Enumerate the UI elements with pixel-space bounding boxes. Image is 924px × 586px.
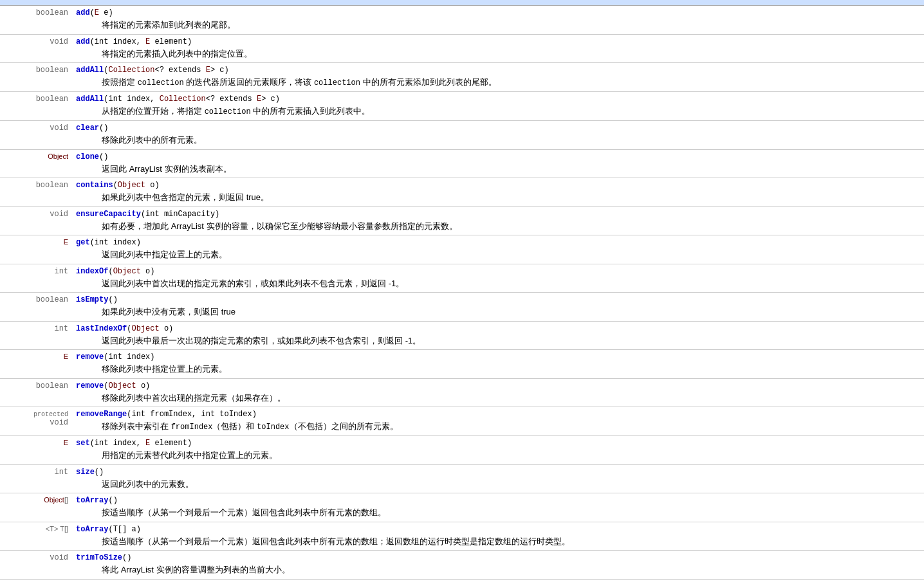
method-link-remove[interactable]: remove (76, 381, 104, 390)
method-link-isEmpty[interactable]: isEmpty (76, 295, 108, 304)
method-signature: indexOf(Object o) (76, 267, 920, 276)
method-link-toArray[interactable]: toArray (76, 525, 108, 534)
method-description: 返回此 ArrayList 实例的浅表副本。 (76, 163, 920, 176)
method-description: 如果此列表中没有元素，则返回 true (76, 306, 920, 318)
method-link-lastIndexOf[interactable]: lastIndexOf (76, 324, 127, 333)
method-link-addAll[interactable]: addAll (76, 95, 104, 104)
table-row: Eget(int index)返回此列表中指定位置上的元素。 (0, 235, 924, 264)
table-row: booleanadd(E e)将指定的元素添加到此列表的尾部。 (0, 6, 924, 34)
method-link-addAll[interactable]: addAll (76, 66, 104, 75)
method-signature: isEmpty() (76, 295, 920, 304)
method-cell: add(E e)将指定的元素添加到此列表的尾部。 (72, 6, 924, 34)
return-type-cell: boolean (0, 6, 72, 34)
method-signature: clear() (76, 124, 920, 133)
method-cell: size()返回此列表中的元素数。 (72, 464, 924, 493)
method-cell: remove(Object o)移除此列表中首次出现的指定元素（如果存在）。 (72, 378, 924, 407)
table-row: intindexOf(Object o)返回此列表中首次出现的指定元素的索引，或… (0, 264, 924, 293)
method-description: 返回此列表中的元素数。 (76, 478, 920, 491)
method-link-set[interactable]: set (76, 439, 90, 448)
method-link-removeRange[interactable]: removeRange (76, 410, 127, 419)
method-cell: clone()返回此 ArrayList 实例的浅表副本。 (72, 149, 924, 178)
method-signature: set(int index, E element) (76, 439, 920, 448)
return-type-cell: E (0, 235, 72, 264)
page-header (0, 0, 924, 6)
table-row: Objectclone()返回此 ArrayList 实例的浅表副本。 (0, 149, 924, 178)
method-link-ensureCapacity[interactable]: ensureCapacity (76, 210, 141, 219)
method-description: 从指定的位置开始，将指定 collection 中的所有元素插入到此列表中。 (76, 105, 920, 118)
method-cell: get(int index)返回此列表中指定位置上的元素。 (72, 235, 924, 264)
table-row: voidadd(int index, E element)将指定的元素插入此列表… (0, 34, 924, 63)
table-row: Eremove(int index)移除此列表中指定位置上的元素。 (0, 350, 924, 379)
method-description: 按照指定 collection 的迭代器所返回的元素顺序，将该 collecti… (76, 76, 920, 89)
method-link-size[interactable]: size (76, 468, 95, 477)
method-signature: contains(Object o) (76, 181, 920, 190)
method-description: 将指定的元素插入此列表中的指定位置。 (76, 48, 920, 60)
table-row: booleanaddAll(int index, Collection<? ex… (0, 92, 924, 121)
method-link-remove[interactable]: remove (76, 353, 104, 362)
method-description: 移除此列表中首次出现的指定元素（如果存在）。 (76, 392, 920, 405)
method-description: 按适当顺序（从第一个到最后一个元素）返回包含此列表中所有元素的数组。 (76, 506, 920, 519)
return-type-cell: protectedvoid (0, 407, 72, 436)
return-type-cell: boolean (0, 378, 72, 407)
table-row: voidtrimToSize()将此 ArrayList 实例的容量调整为列表的… (0, 551, 924, 580)
method-signature: ensureCapacity(int minCapacity) (76, 210, 920, 219)
method-description: 返回此列表中指定位置上的元素。 (76, 248, 920, 261)
method-description: 如有必要，增加此 ArrayList 实例的容量，以确保它至少能够容纳最小容量参… (76, 220, 920, 233)
table-row: voidclear()移除此列表中的所有元素。 (0, 121, 924, 150)
method-signature: get(int index) (76, 238, 920, 247)
method-description: 如果此列表中包含指定的元素，则返回 true。 (76, 191, 920, 204)
method-link-trimToSize[interactable]: trimToSize (76, 553, 122, 562)
method-cell: add(int index, E element)将指定的元素插入此列表中的指定… (72, 34, 924, 63)
return-type-cell: int (0, 264, 72, 293)
method-cell: contains(Object o)如果此列表中包含指定的元素，则返回 true… (72, 178, 924, 207)
return-type-cell: void (0, 551, 72, 580)
method-cell: indexOf(Object o)返回此列表中首次出现的指定元素的索引，或如果此… (72, 264, 924, 293)
method-cell: removeRange(int fromIndex, int toIndex)移… (72, 407, 924, 436)
return-type-cell: boolean (0, 293, 72, 322)
method-link-contains[interactable]: contains (76, 181, 113, 190)
method-cell: trimToSize()将此 ArrayList 实例的容量调整为列表的当前大小… (72, 551, 924, 580)
return-type-cell: int (0, 464, 72, 493)
method-signature: lastIndexOf(Object o) (76, 324, 920, 333)
return-type-cell: E (0, 350, 72, 379)
method-signature: removeRange(int fromIndex, int toIndex) (76, 410, 920, 419)
table-row: intsize()返回此列表中的元素数。 (0, 464, 924, 493)
table-row: booleanisEmpty()如果此列表中没有元素，则返回 true (0, 293, 924, 322)
table-row: <T> T[]toArray(T[] a)按适当顺序（从第一个到最后一个元素）返… (0, 522, 924, 551)
method-signature: add(int index, E element) (76, 37, 920, 46)
method-description: 用指定的元素替代此列表中指定位置上的元素。 (76, 449, 920, 462)
method-cell: set(int index, E element)用指定的元素替代此列表中指定位… (72, 436, 924, 465)
method-table: booleanadd(E e)将指定的元素添加到此列表的尾部。voidadd(i… (0, 6, 924, 580)
method-link-get[interactable]: get (76, 238, 90, 247)
table-row: Object[]toArray()按适当顺序（从第一个到最后一个元素）返回包含此… (0, 493, 924, 522)
method-description: 移除列表中索引在 fromIndex（包括）和 toIndex（不包括）之间的所… (76, 420, 920, 433)
method-signature: addAll(int index, Collection<? extends E… (76, 95, 920, 104)
method-signature: remove(int index) (76, 353, 920, 362)
method-description: 将此 ArrayList 实例的容量调整为列表的当前大小。 (76, 563, 920, 576)
return-type-cell: boolean (0, 63, 72, 92)
return-type-cell: void (0, 206, 72, 235)
method-link-toArray[interactable]: toArray (76, 496, 108, 505)
method-signature: remove(Object o) (76, 381, 920, 390)
method-description: 返回此列表中首次出现的指定元素的索引，或如果此列表不包含元素，则返回 -1。 (76, 277, 920, 290)
method-link-clone[interactable]: clone (76, 152, 99, 161)
method-signature: toArray() (76, 496, 920, 505)
method-description: 移除此列表中的所有元素。 (76, 134, 920, 147)
method-cell: toArray()按适当顺序（从第一个到最后一个元素）返回包含此列表中所有元素的… (72, 493, 924, 522)
return-type-cell: Object[] (0, 493, 72, 522)
table-row: voidensureCapacity(int minCapacity)如有必要，… (0, 206, 924, 235)
method-description: 返回此列表中最后一次出现的指定元素的索引，或如果此列表不包含索引，则返回 -1。 (76, 334, 920, 347)
method-link-add[interactable]: add (76, 37, 90, 46)
method-link-clear[interactable]: clear (76, 124, 99, 133)
return-type-cell: int (0, 321, 72, 350)
method-signature: toArray(T[] a) (76, 525, 920, 534)
return-type-cell: void (0, 34, 72, 63)
table-row: intlastIndexOf(Object o)返回此列表中最后一次出现的指定元… (0, 321, 924, 350)
method-cell: addAll(int index, Collection<? extends E… (72, 92, 924, 121)
method-link-indexOf[interactable]: indexOf (76, 267, 108, 276)
method-cell: remove(int index)移除此列表中指定位置上的元素。 (72, 350, 924, 379)
method-signature: addAll(Collection<? extends E> c) (76, 66, 920, 75)
method-cell: lastIndexOf(Object o)返回此列表中最后一次出现的指定元素的索… (72, 321, 924, 350)
method-cell: addAll(Collection<? extends E> c)按照指定 co… (72, 63, 924, 92)
method-link-add[interactable]: add (76, 8, 90, 17)
